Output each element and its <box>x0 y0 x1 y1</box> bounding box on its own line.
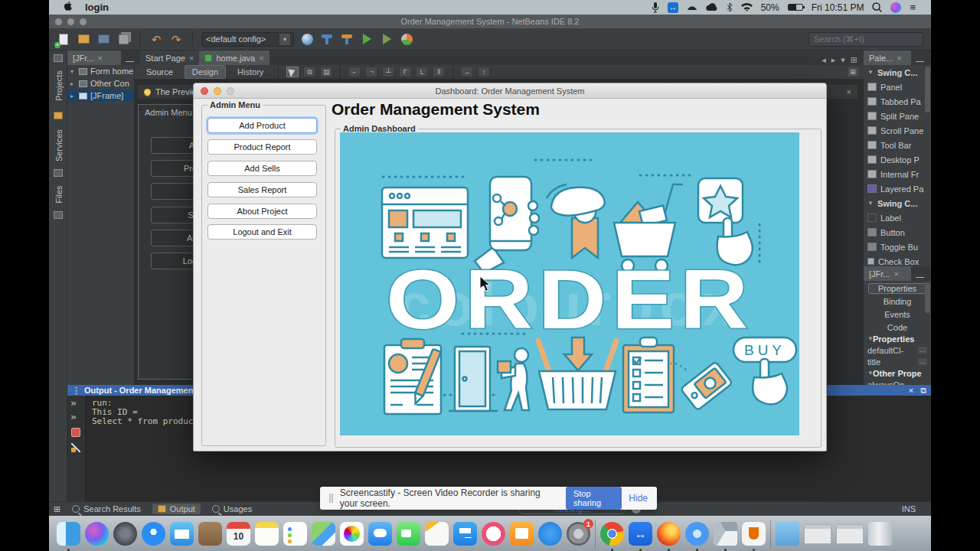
palette-item-desktop-pane[interactable]: Desktop P <box>864 152 931 167</box>
screen-share-notification[interactable]: Screencastify - Screen Video Recorder is… <box>320 487 657 510</box>
cloud-status-icon[interactable] <box>706 2 718 14</box>
output-tab[interactable]: Output <box>152 504 201 514</box>
dock-keynote-icon[interactable] <box>453 522 477 546</box>
align-center-icon[interactable]: ┴ <box>382 67 394 77</box>
rerun-debug-icon[interactable]: » <box>70 411 77 422</box>
dock-launchpad-icon[interactable] <box>113 522 137 546</box>
dock-photos-icon[interactable] <box>340 522 364 546</box>
active-app-name[interactable]: login <box>85 2 109 13</box>
debug-project-icon[interactable] <box>380 32 394 46</box>
ellipsis-button[interactable]: … <box>917 346 928 354</box>
ide-close-button[interactable] <box>55 18 62 25</box>
statusbar-grip-icon[interactable]: ⊞ <box>54 504 60 514</box>
siri-icon[interactable] <box>890 2 901 13</box>
properties-section-header[interactable]: ▼Properties <box>864 333 931 344</box>
close-icon[interactable]: × <box>897 54 901 63</box>
clean-build-icon[interactable] <box>340 32 354 46</box>
maximize-editor-icon[interactable]: ⊞ <box>851 55 858 65</box>
dock-reminders-icon[interactable] <box>283 522 307 546</box>
palette-item-toggle-button[interactable]: Toggle Bu <box>864 240 931 254</box>
other-properties-header[interactable]: ▼Other Prope <box>864 367 931 379</box>
close-icon[interactable]: × <box>189 54 194 63</box>
dock-java-icon[interactable] <box>742 522 766 546</box>
dock-calendar-icon[interactable]: 10 <box>227 522 250 546</box>
deploy-icon[interactable] <box>300 32 314 46</box>
navigator-tab[interactable]: [JFr...× <box>67 51 121 65</box>
anchor-both-icon[interactable]: ‖ <box>433 67 445 77</box>
view-source-button[interactable]: Source <box>139 66 180 78</box>
notification-center-icon[interactable]: ≡ <box>910 2 916 14</box>
dialog-zoom-button[interactable] <box>227 87 234 95</box>
minimize-panel-icon[interactable]: — <box>126 56 134 65</box>
dock-facetime-icon[interactable] <box>397 522 420 546</box>
close-hint-icon[interactable]: × <box>847 87 851 96</box>
save-all-icon[interactable] <box>116 32 130 46</box>
dashboard-dialog[interactable]: Dashboard: Order Management System Admin… <box>193 83 827 452</box>
dialog-minimize-button[interactable] <box>214 87 221 95</box>
palette-section-swing-containers[interactable]: ▼Swing C... <box>864 65 931 80</box>
tab-start-page[interactable]: Start Page× <box>140 51 199 65</box>
palette-item-layered-pane[interactable]: Layered Pa <box>864 181 931 196</box>
ide-search-input[interactable] <box>808 32 923 47</box>
dock-downloads-icon[interactable] <box>776 522 799 546</box>
palette-item-label[interactable]: Label <box>864 210 931 225</box>
palette-item-internal-frame[interactable]: Internal Fr <box>864 167 931 181</box>
dock-maps-icon[interactable] <box>312 522 335 546</box>
preview-design-icon[interactable]: ▤ <box>320 67 332 77</box>
property-defaultclose[interactable]: defaultCl-… <box>864 344 931 356</box>
close-icon[interactable]: × <box>98 54 103 63</box>
profile-project-icon[interactable] <box>400 32 413 46</box>
view-history-button[interactable]: History <box>230 66 270 78</box>
inspector-tab[interactable]: [JFr...× <box>864 266 911 281</box>
dock-ibooks-icon[interactable] <box>510 522 534 546</box>
palette-item-split-pane[interactable]: Split Pane <box>864 109 931 123</box>
rail-tab-services[interactable]: Services <box>54 122 64 168</box>
dialog-titlebar[interactable]: Dashboard: Order Management System <box>194 83 826 99</box>
tab-home-java[interactable]: home.java× <box>199 51 269 65</box>
dock-safari-icon[interactable] <box>142 522 165 546</box>
selection-mode-icon[interactable] <box>286 67 299 77</box>
wacom-status-icon[interactable] <box>687 2 697 14</box>
ide-zoom-button[interactable] <box>80 18 87 25</box>
ide-minimize-button[interactable] <box>67 18 74 25</box>
wifi-icon[interactable] <box>741 2 753 14</box>
align-right-icon[interactable]: ¬ <box>365 67 377 77</box>
dock-firefox-icon[interactable] <box>657 522 681 546</box>
dock-mail-icon[interactable] <box>170 522 194 546</box>
add-product-button[interactable]: Add Product <box>207 118 317 133</box>
close-output-icon[interactable]: × <box>909 386 913 396</box>
dock-pages-icon[interactable] <box>425 522 449 546</box>
product-report-button[interactable]: Product Report <box>207 139 317 155</box>
dock-messages-icon[interactable] <box>368 522 392 546</box>
dock-teamviewer-icon[interactable]: ↔ <box>629 522 652 546</box>
dock-system-preferences-icon[interactable]: 1 <box>567 522 590 546</box>
tree-item-jframe[interactable]: ▸[JFrame] <box>67 90 134 102</box>
scroll-tabs-right-icon[interactable]: ▸ <box>831 55 836 65</box>
logout-exit-button[interactable]: Logout and Exit <box>207 224 317 240</box>
build-project-icon[interactable] <box>320 32 334 46</box>
add-sells-button[interactable]: Add Sells <box>207 161 317 176</box>
palette-item-tabbed-pane[interactable]: Tabbed Pa <box>864 94 931 109</box>
spotlight-search-icon[interactable] <box>872 2 882 14</box>
ide-window-controls[interactable] <box>55 18 87 25</box>
sales-report-button[interactable]: Sales Report <box>207 182 317 197</box>
dock-itunes-icon[interactable] <box>482 522 505 546</box>
window-group-icon[interactable] <box>54 54 63 62</box>
stop-sharing-button[interactable]: Stop sharing <box>566 487 622 510</box>
config-dropdown-icon[interactable]: ▾ <box>279 34 290 45</box>
redo-icon[interactable]: ↷ <box>169 32 183 46</box>
align-left-icon[interactable]: ⌐ <box>348 67 361 77</box>
binding-tab-button[interactable]: Binding <box>868 296 926 307</box>
events-tab-button[interactable]: Events <box>868 309 926 320</box>
dock-netbeans-icon[interactable] <box>714 522 737 546</box>
palette-item-scroll-pane[interactable]: Scroll Pane <box>864 123 931 138</box>
microphone-icon[interactable] <box>652 2 659 14</box>
close-icon[interactable]: × <box>259 54 263 63</box>
property-alwayson[interactable]: alwaysOn <box>864 379 931 385</box>
dock-chrome-icon[interactable] <box>600 522 624 546</box>
tab-list-icon[interactable]: ▾ <box>841 55 845 65</box>
palette-scrollbar[interactable] <box>925 67 930 112</box>
dock-finder-icon[interactable] <box>57 522 80 546</box>
rerun-icon[interactable]: » <box>70 397 77 409</box>
connection-mode-icon[interactable]: ⧉ <box>303 67 315 77</box>
